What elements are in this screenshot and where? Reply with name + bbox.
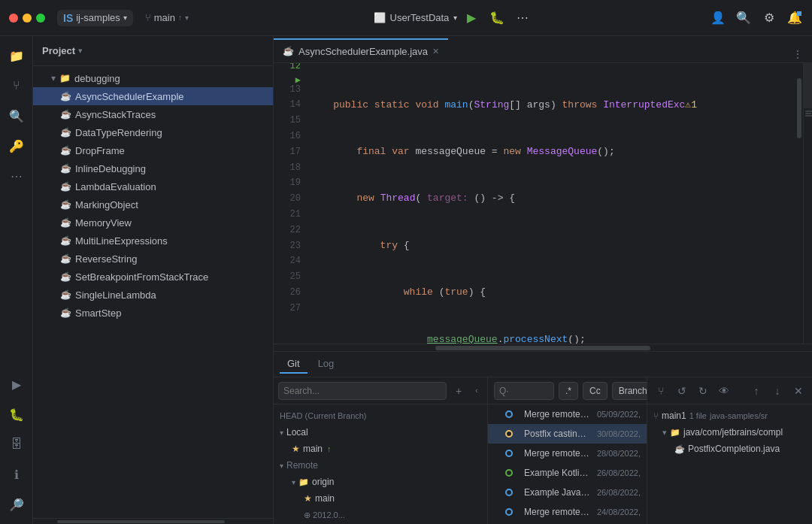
tab-more-button[interactable]: ⋮ — [789, 46, 806, 62]
git-regex-filter[interactable]: .* — [559, 382, 578, 400]
profile-icon[interactable]: 👤 — [710, 10, 726, 26]
tree-item-name: AsyncStackTraces — [75, 109, 156, 120]
commit-row-2[interactable]: Merge remote-tracking branch 'origin/mai… — [488, 444, 647, 463]
editor-vscrollbar[interactable] — [795, 63, 803, 344]
git-commit-search[interactable] — [494, 382, 554, 400]
git-more-items[interactable]: ⊕ 2012.0... — [274, 507, 487, 523]
activity-search2[interactable]: 🔎 — [3, 491, 30, 518]
commit-row-0[interactable]: Merge remote-tracking branch 'origin/mai… — [488, 404, 647, 424]
git-package-path: java/com/jetbrains/compl — [683, 427, 783, 438]
tree-item-setbreakpoint[interactable]: ☕ SetBreakpointFromStackTrace — [33, 268, 273, 286]
tree-item-memoryview[interactable]: ☕ MemoryView — [33, 214, 273, 232]
git-branch-search[interactable] — [278, 382, 447, 400]
tree-item-asyncstacktraces[interactable]: ☕ AsyncStackTraces — [33, 105, 273, 123]
notifications-icon[interactable]: 🔔 — [786, 10, 803, 26]
git-collapse[interactable]: ‹ — [471, 385, 483, 397]
local-expand: ▾ — [280, 429, 283, 437]
commit-row-1[interactable]: Postfix casting example 30/08/2022, — [488, 424, 647, 444]
branch-label: Branch — [619, 386, 647, 396]
main-layout: 📁 ⑂ 🔍 🔑 ⋯ ▶ 🐛 🗄 ℹ 🔎 Project ▾ ▾ 📁 debugg… — [0, 36, 812, 524]
tab-close-button[interactable]: ✕ — [432, 47, 439, 56]
tab-filename: AsyncSchedulerExample.java — [298, 46, 428, 57]
ln-17: 17 — [280, 144, 301, 160]
more-button[interactable]: ⋯ — [514, 10, 531, 26]
activity-more[interactable]: ⋯ — [3, 162, 30, 189]
git-origin-section[interactable]: ▾ 📁 origin — [274, 474, 487, 490]
maximize-button[interactable] — [36, 14, 45, 23]
tree-item-asyncscheduler[interactable]: ☕ AsyncSchedulerExample — [33, 87, 273, 105]
git-right-package[interactable]: ▾ 📁 java/com/jetbrains/compl — [647, 424, 812, 441]
ln-14: 14 — [280, 98, 301, 114]
git-branch-add[interactable]: + — [450, 382, 468, 400]
commit-row-4[interactable]: Example Java code for starter script 26/… — [488, 483, 647, 502]
tree-item-markingobject[interactable]: ☕ MarkingObject — [33, 195, 273, 214]
activity-info[interactable]: ℹ — [3, 461, 30, 488]
tree-item-name: AsyncSchedulerExample — [75, 91, 184, 102]
code-line-12: public static void main(String[] args) t… — [307, 98, 795, 114]
settings-icon[interactable]: ⚙ — [761, 10, 777, 26]
git-right-refresh[interactable]: ↻ — [694, 382, 712, 400]
commit-row-5[interactable]: Merge remote-tracking branch 'origin/mai… — [488, 502, 647, 522]
project-chevron: ▾ — [123, 14, 127, 22]
activity-git[interactable]: ⑂ — [3, 72, 30, 99]
git-right-down[interactable]: ↓ — [768, 382, 786, 400]
activity-search[interactable]: 🔍 — [3, 102, 30, 129]
file-icon: ☕ — [60, 145, 71, 156]
git-right-close[interactable]: ✕ — [789, 382, 807, 400]
run-config[interactable]: ⬜ UserTestData ▾ — [374, 12, 458, 23]
git-case-filter[interactable]: Cc — [583, 382, 607, 400]
git-right-up[interactable]: ↑ — [747, 382, 765, 400]
tree-item-smartstep[interactable]: ☕ SmartStep — [33, 304, 273, 322]
tree-item-reversestring[interactable]: ☕ ReverseString — [33, 250, 273, 268]
code-line-16: while (true) { — [307, 285, 795, 301]
project-selector[interactable]: IS ij-samples ▾ — [57, 10, 133, 26]
commit-row-3[interactable]: Example Kotlin code for starter script 2… — [488, 463, 647, 483]
tree-item-lambdaevaluation[interactable]: ☕ LambdaEvaluation — [33, 177, 273, 195]
editor-tab-asyncscheduler[interactable]: ☕ AsyncSchedulerExample.java ✕ — [274, 38, 448, 62]
git-branch-icon: ⑂ — [653, 411, 659, 420]
tree-item-multiline[interactable]: ☕ MultiLineExpressions — [33, 232, 273, 250]
editor-hscrollbar[interactable] — [274, 344, 812, 351]
close-button[interactable] — [9, 14, 18, 23]
git-folder-icon2: 📁 — [670, 428, 680, 438]
tree-item-dropframe[interactable]: ☕ DropFrame — [33, 141, 273, 159]
git-head-label: HEAD (Current Branch) — [280, 411, 367, 420]
search-icon[interactable]: 🔍 — [735, 10, 752, 26]
git-local-section[interactable]: ▾ Local — [274, 424, 487, 441]
activity-run[interactable]: ▶ — [3, 371, 30, 398]
minimize-button[interactable] — [23, 14, 32, 23]
branch-selector[interactable]: ⑂ main ↑ ▾ — [139, 10, 195, 26]
tree-item-name: LambdaEvaluation — [75, 181, 156, 192]
activity-key[interactable]: 🔑 — [3, 132, 30, 159]
activity-folder[interactable]: 📁 — [3, 42, 30, 69]
sidebar-chevron: ▾ — [78, 46, 83, 56]
git-remote-section[interactable]: ▾ Remote — [274, 457, 487, 474]
activity-db[interactable]: 🗄 — [3, 431, 30, 458]
git-branch-filter[interactable]: Branch ▾ — [612, 382, 647, 400]
tab-git[interactable]: Git — [280, 355, 308, 374]
git-right-branch-item[interactable]: ⑂ main1 1 file java-samples/sr — [647, 407, 812, 424]
branch-name: main — [154, 12, 175, 23]
ln-21: 21 — [280, 207, 301, 223]
tree-item-inlinedebugging[interactable]: ☕ InlineDebugging — [33, 159, 273, 177]
remote-expand: ▾ — [280, 462, 283, 470]
sidebar-scrollbar[interactable] — [33, 518, 273, 524]
git-right-undo[interactable]: ↺ — [673, 382, 691, 400]
tree-folder-debugging[interactable]: ▾ 📁 debugging — [33, 69, 273, 87]
git-origin-main[interactable]: ★ main — [274, 490, 487, 507]
project-name: ij-samples — [76, 12, 120, 23]
run-button[interactable]: ▶ — [463, 10, 480, 26]
git-branch-main[interactable]: ★ main ↑ — [274, 441, 487, 457]
tree-item-singleline[interactable]: ☕ SingleLineLambda — [33, 286, 273, 304]
tree-item-name: SmartStep — [75, 307, 121, 319]
git-head[interactable]: HEAD (Current Branch) — [274, 407, 487, 424]
code-content[interactable]: public static void main(String[] args) t… — [307, 63, 795, 344]
git-right-eye[interactable]: 👁 — [715, 382, 733, 400]
git-right-branch[interactable]: ⑂ — [652, 382, 670, 400]
debug-button[interactable]: 🐛 — [489, 10, 505, 26]
git-branch-toolbar: + ‹ — [274, 377, 487, 404]
tab-log[interactable]: Log — [311, 355, 342, 374]
git-right-file[interactable]: ☕ PostfixCompletion.java — [647, 441, 812, 457]
activity-debug[interactable]: 🐛 — [3, 401, 30, 428]
tree-item-datatyperendering[interactable]: ☕ DataTypeRendering — [33, 123, 273, 141]
